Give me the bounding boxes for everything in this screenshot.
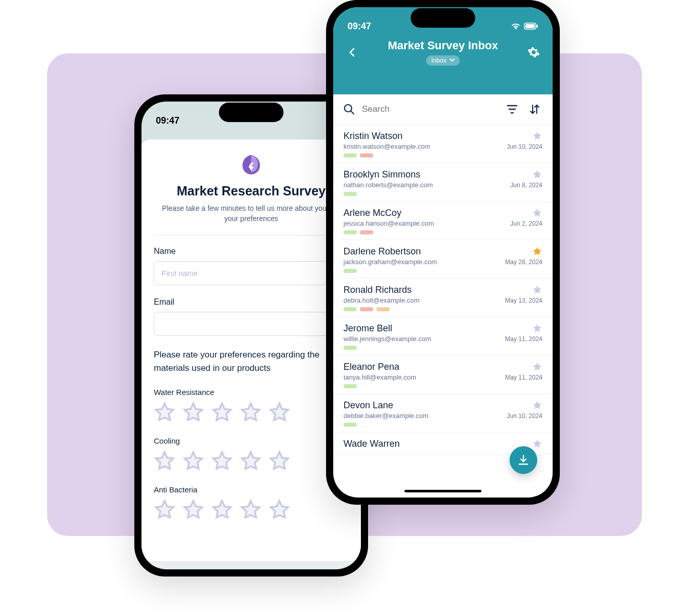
star-icon[interactable] [532,246,542,256]
download-icon [517,454,530,466]
status-time: 09:47 [348,21,371,32]
contact-email: kristin.watson@example.com [343,143,430,150]
search-icon [343,104,355,115]
back-button[interactable] [344,45,360,60]
contact-name: Eleanor Pena [343,362,416,372]
svg-rect-1 [525,24,535,28]
row-date: Jun 10, 2024 [507,412,542,420]
rating-label: Water Resistance [154,388,349,396]
contact-email: willie.jennings@example.com [343,335,431,343]
tag-pink [360,230,373,234]
filter-icon [506,103,518,115]
first-name-input[interactable] [154,261,349,285]
contact-name: Devon Lane [343,400,429,411]
contact-email: nathan.roberts@example.com [343,181,433,189]
status-time: 09:47 [156,115,179,126]
star-icon[interactable] [532,131,542,141]
chevron-down-icon [450,58,455,63]
status-icons [511,22,538,30]
row-date: May 28, 2024 [505,259,542,266]
row-date: Jun 2, 2024 [510,220,542,227]
tag-green [343,269,357,273]
inbox-chip[interactable]: Inbox [426,55,459,66]
name-label: Name [154,247,349,256]
inbox-row[interactable]: Darlene Robertsonjackson.graham@example.… [333,240,553,279]
rating-label: Cooling [154,436,349,445]
star-icon[interactable] [532,400,542,410]
tag-orange [376,307,390,311]
contact-email: tanya.hill@example.com [343,373,416,381]
notch [219,103,283,122]
inbox-row[interactable]: Arlene McCoyjessica.hanson@example.comJu… [333,202,553,240]
row-date: Jun 10, 2024 [507,143,542,150]
sort-button[interactable] [527,102,542,117]
contact-email: debbie.baker@example.com [343,412,429,420]
email-label: Email [154,297,349,307]
home-indicator [404,490,481,492]
tag-green [343,192,357,196]
contact-name: Wade Warren [343,439,400,449]
star-icon[interactable] [532,169,542,180]
star-icon[interactable] [532,323,542,333]
row-date: May 13, 2024 [505,297,542,304]
svg-rect-2 [536,25,538,28]
inbox-row[interactable]: Eleanor Penatanya.hill@example.comMay 11… [333,355,553,394]
inbox-row[interactable]: Devon Lanedebbie.baker@example.comJun 10… [333,394,553,432]
survey-title: Market Research Survey [154,184,349,198]
tag-pink [360,307,373,311]
star-icon[interactable] [532,439,542,449]
battery-icon [524,23,538,30]
inbox-row[interactable]: Ronald Richardsdebra.holt@example.comMay… [333,279,553,317]
settings-button[interactable] [526,45,541,60]
page-title: Market Survey Inbox [360,39,526,52]
contact-name: Brooklyn Simmons [343,169,433,180]
rating-stars[interactable] [154,450,349,472]
inbox-row[interactable]: Jerome Bellwillie.jennings@example.comMa… [333,317,553,355]
contact-name: Jerome Bell [343,323,431,334]
notch [411,8,475,28]
contact-email: debra.holt@example.com [343,296,419,304]
survey-question: Please rate your preferences regarding t… [154,348,349,374]
tag-green [343,346,357,350]
download-fab[interactable] [510,446,537,474]
survey-subtitle: Please take a few minutes to tell us mor… [159,204,343,224]
inbox-row[interactable]: Kristin Watsonkristin.watson@example.com… [333,125,553,163]
wifi-icon [511,22,521,30]
star-icon[interactable] [532,208,542,218]
tag-pink [360,153,373,157]
contact-name: Arlene McCoy [343,208,434,218]
star-icon[interactable] [532,362,542,372]
sort-icon [529,103,541,115]
inbox-chip-label: Inbox [431,57,446,64]
email-input[interactable] [154,312,349,336]
divider [154,235,349,235]
contact-name: Ronald Richards [343,285,419,295]
contact-name: Darlene Robertson [343,246,437,257]
row-date: May 11, 2024 [505,374,542,381]
chevron-left-icon [347,47,357,57]
svg-point-3 [344,105,352,112]
rating-stars[interactable] [154,499,349,521]
filter-button[interactable] [504,102,520,117]
star-icon[interactable] [532,285,542,295]
rating-label: Anti Bacteria [154,485,349,494]
search-input[interactable] [362,104,497,114]
tag-green [343,230,357,234]
contact-name: Kristin Watson [343,131,430,142]
contact-email: jessica.hanson@example.com [343,220,434,227]
phone-inbox: 09:47 Market Survey Inbox Inbox [326,0,560,505]
contact-email: jackson.graham@example.com [343,258,437,266]
tag-green [343,307,357,311]
tag-green [343,153,357,157]
inbox-row[interactable]: Brooklyn Simmonsnathan.roberts@example.c… [333,163,553,202]
row-date: May 11, 2024 [505,335,542,343]
row-date: Jun 8, 2024 [510,182,542,189]
tag-green [343,384,357,388]
svg-line-4 [351,111,354,114]
rating-stars[interactable] [154,402,349,423]
tag-green [343,423,357,427]
app-logo [154,153,349,176]
gear-icon [528,46,540,58]
